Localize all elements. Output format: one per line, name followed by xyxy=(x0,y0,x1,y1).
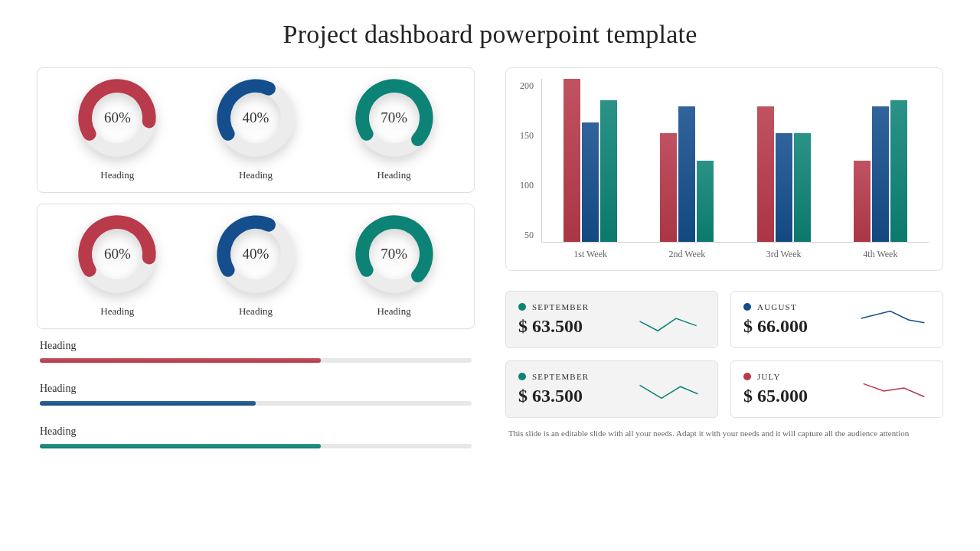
progress-bar-label: Heading xyxy=(40,383,472,395)
progress-bar-track xyxy=(40,401,472,406)
gauge-card-2: 60% Heading 40% Heading 70% Heading xyxy=(37,204,475,329)
x-category: 1st Week xyxy=(542,249,639,260)
stat-card: AUGUST $ 66.000 xyxy=(730,291,943,348)
chart-bar xyxy=(564,79,580,242)
progress-bar: Heading xyxy=(40,425,472,448)
chart-cluster: 2nd Week xyxy=(639,79,735,242)
gauge-label: Heading xyxy=(352,305,436,318)
sparkline xyxy=(632,374,705,405)
stat-month: SEPTEMBER xyxy=(518,302,589,311)
sparkline xyxy=(632,305,705,335)
gauge-label: Heading xyxy=(214,169,298,181)
chart-bar xyxy=(872,106,889,243)
stat-card: SEPTEMBER $ 63.500 xyxy=(505,360,718,418)
y-tick: 50 xyxy=(520,230,534,241)
gauge-percent: 40% xyxy=(214,76,298,160)
stat-card: SEPTEMBER $ 63.500 xyxy=(505,291,718,348)
gauge-label: Heading xyxy=(75,169,159,181)
chart-bar xyxy=(600,100,617,242)
gauge-item: 40% Heading xyxy=(214,76,298,181)
progress-bar-fill xyxy=(40,401,256,406)
x-category: 3rd Week xyxy=(736,249,832,260)
chart-bar xyxy=(582,122,599,242)
chart-cluster: 3rd Week xyxy=(736,79,832,242)
progress-bar-fill xyxy=(40,444,321,448)
gauge-percent: 70% xyxy=(352,212,436,296)
progress-bar-track xyxy=(40,444,472,448)
gauge-item: 60% Heading xyxy=(75,76,159,181)
chart-bar xyxy=(757,106,774,243)
gauge-ring: 60% xyxy=(75,76,159,160)
gauge-item: 40% Heading xyxy=(214,212,298,318)
progress-bar-group: Heading Heading Heading xyxy=(37,340,475,448)
dot-icon xyxy=(518,373,526,380)
chart-bar xyxy=(660,133,677,242)
progress-bar: Heading xyxy=(40,340,472,363)
gauge-percent: 70% xyxy=(352,76,436,160)
gauge-item: 60% Heading xyxy=(75,212,159,318)
chart-bar xyxy=(854,161,871,243)
gauge-percent: 40% xyxy=(214,212,298,296)
dot-icon xyxy=(743,303,751,311)
gauge-ring: 70% xyxy=(352,76,436,160)
gauge-item: 70% Heading xyxy=(352,212,436,318)
chart-cluster: 1st Week xyxy=(542,79,639,242)
stat-month: SEPTEMBER xyxy=(518,372,589,381)
sparkline xyxy=(858,374,930,405)
y-tick: 100 xyxy=(520,180,534,191)
gauge-ring: 40% xyxy=(214,212,298,296)
stat-amount: $ 63.500 xyxy=(518,386,589,406)
gauge-card-1: 60% Heading 40% Heading 70% Heading xyxy=(37,67,475,193)
chart-bar xyxy=(794,133,811,242)
progress-bar-label: Heading xyxy=(40,340,472,352)
progress-bar-track xyxy=(40,358,472,363)
footnote-text: This slide is an editable slide with all… xyxy=(505,429,943,438)
chart-bar xyxy=(890,100,907,242)
gauge-percent: 60% xyxy=(75,212,159,296)
chart-bar xyxy=(776,133,792,242)
gauge-label: Heading xyxy=(352,169,436,181)
gauge-ring: 40% xyxy=(214,76,298,160)
gauge-item: 70% Heading xyxy=(352,76,436,181)
x-category: 2nd Week xyxy=(639,249,735,260)
progress-bar: Heading xyxy=(40,383,472,406)
gauge-percent: 60% xyxy=(75,76,159,160)
progress-bar-label: Heading xyxy=(40,425,472,438)
stat-amount: $ 65.000 xyxy=(743,386,808,406)
stat-card: JULY $ 65.000 xyxy=(730,360,943,418)
y-tick: 150 xyxy=(520,130,534,142)
y-tick: 200 xyxy=(520,80,534,92)
stat-month: AUGUST xyxy=(743,302,808,311)
sparkline xyxy=(858,305,930,335)
stat-amount: $ 63.500 xyxy=(518,316,589,337)
chart-bar xyxy=(697,161,714,243)
bar-chart-card: 20015010050 1st Week 2nd Week 3rd Week 4… xyxy=(505,67,943,271)
gauge-ring: 60% xyxy=(75,212,159,296)
gauge-label: Heading xyxy=(214,305,298,318)
chart-cluster: 4th Week xyxy=(832,79,929,242)
gauge-ring: 70% xyxy=(352,212,436,296)
stat-amount: $ 66.000 xyxy=(743,316,808,337)
progress-bar-fill xyxy=(40,358,321,363)
chart-bar xyxy=(678,106,695,243)
page-title: Project dashboard powerpoint template xyxy=(0,0,980,49)
dot-icon xyxy=(743,373,751,380)
gauge-label: Heading xyxy=(75,305,159,318)
dot-icon xyxy=(518,303,526,311)
x-category: 4th Week xyxy=(832,249,929,260)
stat-month: JULY xyxy=(743,372,808,381)
